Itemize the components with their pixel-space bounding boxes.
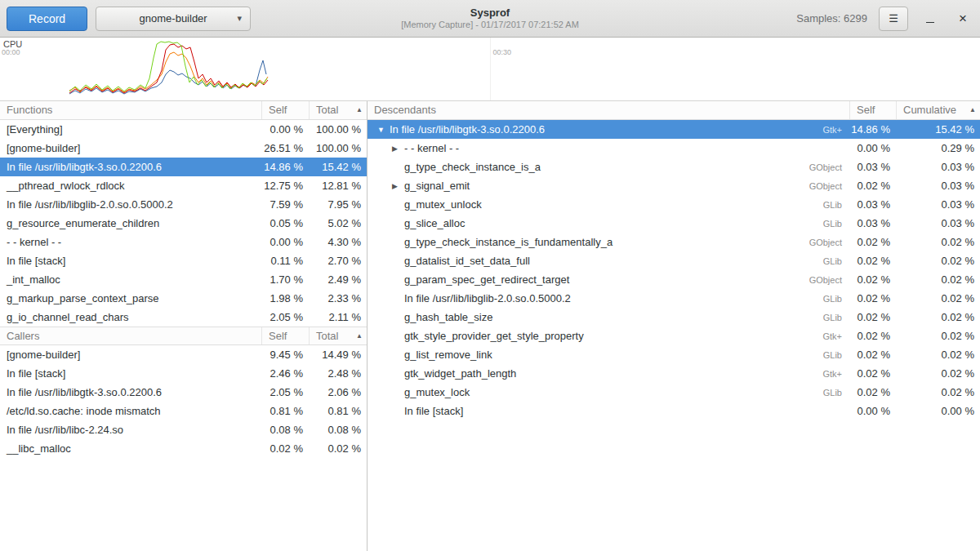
descendant-row[interactable]: ▶- - kernel - -0.00 %0.29 %	[368, 139, 980, 158]
function-row[interactable]: - - kernel - -0.00 %4.30 %	[0, 233, 367, 251]
function-row[interactable]: In file [stack]0.11 %2.70 %	[0, 251, 367, 270]
self-percent: 0.02 %	[849, 386, 896, 398]
function-name: gtk_style_provider_get_style_property	[404, 330, 584, 342]
indent-spacer	[374, 204, 392, 205]
close-button[interactable]: ×	[952, 8, 973, 29]
cumulative-percent: 0.02 %	[896, 273, 980, 286]
function-name: g_mutex_unlock	[404, 198, 482, 211]
caller-row[interactable]: In file /usr/lib/libgtk-3.so.0.2200.62.0…	[0, 383, 367, 402]
self-percent: 2.05 %	[261, 311, 309, 323]
record-button[interactable]: Record	[7, 7, 87, 31]
descendant-row[interactable]: ▶g_signal_emitGObject0.02 %0.03 %	[368, 176, 980, 195]
sort-arrow-icon: ▲	[969, 101, 980, 119]
descendant-row[interactable]: g_mutex_unlockGLib0.03 %0.03 %	[368, 195, 980, 214]
total-percent: 100.00 %	[309, 123, 367, 136]
expander-icon[interactable]: ▼	[377, 126, 390, 134]
function-name: [Everything]	[0, 123, 261, 136]
function-name-cell: In file /usr/lib/libglib-2.0.so.0.5000.2…	[368, 292, 849, 304]
self-percent: 0.00 %	[261, 123, 309, 136]
descendant-row[interactable]: g_type_check_instance_is_fundamentally_a…	[368, 233, 980, 251]
descendant-row[interactable]: g_type_check_instance_is_aGObject0.03 %0…	[368, 158, 980, 176]
title-box: Sysprof [Memory Capture] - 01/17/2017 07…	[401, 7, 579, 31]
library-badge: GObject	[809, 181, 849, 191]
cumulative-percent: 0.02 %	[896, 330, 980, 342]
function-name: g_resource_enumerate_children	[0, 217, 261, 229]
cumulative-column-header[interactable]: Cumulative▲	[896, 101, 980, 119]
library-badge: GLib	[823, 219, 849, 229]
functions-column-header[interactable]: Functions	[0, 101, 261, 119]
function-name: In file /usr/lib/libgtk-3.so.0.2200.6	[0, 161, 261, 173]
descendant-row[interactable]: g_list_remove_linkGLib0.02 %0.02 %	[368, 345, 980, 364]
callers-column-header[interactable]: Callers	[0, 327, 261, 344]
self-column-header[interactable]: Self	[261, 327, 309, 344]
headerbar: Record gnome-builder ▾ Sysprof [Memory C…	[0, 0, 980, 38]
expander-icon[interactable]: ▶	[392, 144, 404, 153]
total-column-header[interactable]: Total▲	[309, 101, 367, 119]
descendant-row[interactable]: g_datalist_id_set_data_fullGLib0.02 %0.0…	[368, 251, 980, 270]
self-percent: 26.51 %	[261, 142, 309, 154]
function-name-cell: g_slice_allocGLib	[368, 217, 849, 229]
descendant-row[interactable]: ▼In file /usr/lib/libgtk-3.so.0.2200.6Gt…	[368, 120, 980, 139]
expander-icon[interactable]: ▶	[392, 182, 404, 190]
cpu-graph[interactable]: CPU 00:00 00:30	[0, 38, 980, 101]
descendant-row[interactable]: g_hash_table_sizeGLib0.02 %0.02 %	[368, 308, 980, 327]
cpu-line-red	[69, 44, 268, 93]
function-row[interactable]: In file /usr/lib/libgtk-3.so.0.2200.614.…	[0, 158, 367, 176]
self-percent: 0.81 %	[261, 405, 309, 417]
self-column-header[interactable]: Self	[849, 101, 896, 119]
total-column-header[interactable]: Total▲	[309, 327, 367, 344]
self-percent: 2.05 %	[261, 386, 309, 398]
close-icon: ×	[959, 11, 967, 25]
process-selector-label: gnome-builder	[140, 12, 207, 24]
function-row[interactable]: _int_malloc1.70 %2.49 %	[0, 270, 367, 289]
window-subtitle: [Memory Capture] - 01/17/2017 07:21:52 A…	[401, 20, 579, 31]
self-percent: 7.59 %	[261, 198, 309, 211]
total-percent: 2.70 %	[309, 255, 367, 267]
cumulative-percent: 0.00 %	[896, 405, 980, 417]
caller-row[interactable]: __libc_malloc0.02 %0.02 %	[0, 439, 367, 458]
sort-arrow-icon: ▲	[356, 327, 367, 345]
total-percent: 4.30 %	[309, 236, 367, 248]
cumulative-percent: 0.03 %	[896, 198, 980, 211]
library-badge: GObject	[809, 162, 849, 172]
descendant-row[interactable]: g_mutex_lockGLib0.02 %0.02 %	[368, 383, 980, 402]
total-percent: 12.81 %	[309, 180, 367, 192]
self-percent: 12.75 %	[261, 180, 309, 192]
function-name: In file [stack]	[0, 367, 261, 380]
function-row[interactable]: g_io_channel_read_chars2.05 %2.11 %	[0, 308, 367, 327]
caller-row[interactable]: In file /usr/lib/libc-2.24.so0.08 %0.08 …	[0, 420, 367, 439]
descendant-row[interactable]: In file [stack]0.00 %0.00 %	[368, 402, 980, 420]
process-selector-dropdown[interactable]: gnome-builder ▾	[96, 7, 251, 31]
minimize-button[interactable]	[920, 8, 941, 29]
caller-row[interactable]: [gnome-builder]9.45 %14.49 %	[0, 345, 367, 364]
function-name-cell: gtk_widget_path_lengthGtk+	[368, 367, 849, 380]
self-percent: 0.03 %	[849, 161, 896, 173]
total-percent: 7.95 %	[309, 198, 367, 211]
descendant-row[interactable]: gtk_widget_path_lengthGtk+0.02 %0.02 %	[368, 364, 980, 383]
function-name-cell: gtk_style_provider_get_style_propertyGtk…	[368, 330, 849, 342]
self-percent: 0.02 %	[849, 255, 896, 267]
function-row[interactable]: In file /usr/lib/libglib-2.0.so.0.5000.2…	[0, 195, 367, 214]
function-row[interactable]: g_resource_enumerate_children0.05 %5.02 …	[0, 214, 367, 233]
function-row[interactable]: g_markup_parse_context_parse1.98 %2.33 %	[0, 289, 367, 308]
cpu-graph-canvas	[0, 38, 980, 100]
caller-row[interactable]: /etc/ld.so.cache: inode mismatch0.81 %0.…	[0, 402, 367, 420]
callers-table-body: [gnome-builder]9.45 %14.49 %In file [sta…	[0, 345, 367, 458]
function-row[interactable]: [Everything]0.00 %100.00 %	[0, 120, 367, 139]
self-column-header[interactable]: Self	[261, 101, 309, 119]
menu-button[interactable]: ☰	[879, 7, 908, 31]
descendant-row[interactable]: In file /usr/lib/libglib-2.0.so.0.5000.2…	[368, 289, 980, 308]
function-row[interactable]: [gnome-builder]26.51 %100.00 %	[0, 139, 367, 158]
cpu-line-green	[69, 42, 267, 91]
functions-table-body: [Everything]0.00 %100.00 %[gnome-builder…	[0, 120, 367, 327]
self-percent: 0.00 %	[849, 142, 896, 154]
descendant-row[interactable]: g_slice_allocGLib0.03 %0.03 %	[368, 214, 980, 233]
descendant-row[interactable]: gtk_style_provider_get_style_propertyGtk…	[368, 327, 980, 345]
function-name: g_signal_emit	[404, 180, 470, 192]
descendant-row[interactable]: g_param_spec_get_redirect_targetGObject0…	[368, 270, 980, 289]
function-row[interactable]: __pthread_rwlock_rdlock12.75 %12.81 %	[0, 176, 367, 195]
indent-spacer	[374, 392, 392, 393]
descendants-column-header[interactable]: Descendants	[368, 101, 849, 119]
function-name: g_hash_table_size	[404, 311, 492, 323]
caller-row[interactable]: In file [stack]2.46 %2.48 %	[0, 364, 367, 383]
